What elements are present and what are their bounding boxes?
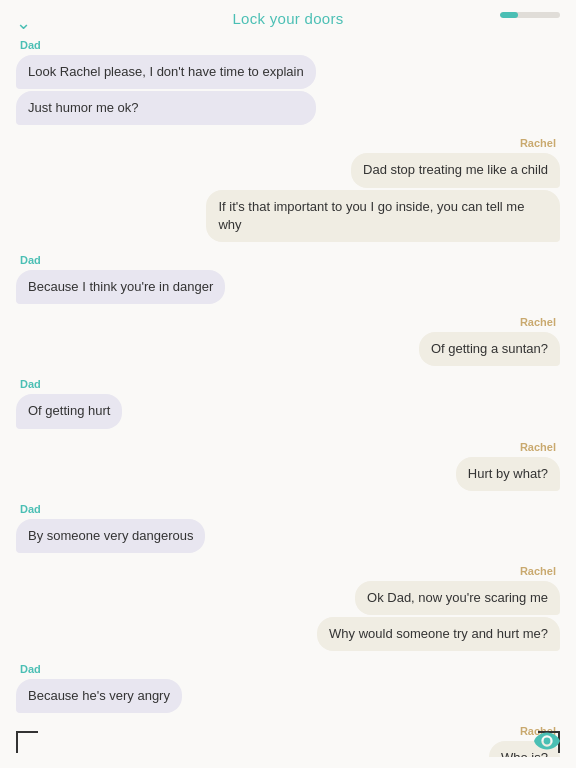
sender-label: Dad — [16, 503, 205, 515]
message-bubble: If it's that important to you I go insid… — [206, 190, 560, 242]
message-bubble: Because I think you're in danger — [16, 270, 225, 304]
message-group: DadBecause he's very angry — [16, 663, 182, 713]
message-bubble: Hurt by what? — [456, 457, 560, 491]
sender-label: Rachel — [516, 137, 560, 149]
eye-icon[interactable] — [534, 730, 560, 756]
sender-label: Dad — [16, 378, 122, 390]
sender-label: Rachel — [516, 316, 560, 328]
message-bubble: Of getting hurt — [16, 394, 122, 428]
message-bubble: Ok Dad, now you're scaring me — [355, 581, 560, 615]
message-group: DadBy someone very dangerous — [16, 503, 205, 553]
corner-bracket-tl — [16, 731, 38, 753]
message-group: RachelHurt by what? — [456, 441, 560, 491]
sender-label: Dad — [16, 39, 316, 51]
message-bubble: Why would someone try and hurt me? — [317, 617, 560, 651]
message-group: RachelOk Dad, now you're scaring meWhy w… — [317, 565, 560, 651]
sender-label: Dad — [16, 663, 182, 675]
message-bubble: Dad stop treating me like a child — [351, 153, 560, 187]
message-group: DadLook Rachel please, I don't have time… — [16, 39, 316, 125]
message-bubble: By someone very dangerous — [16, 519, 205, 553]
message-group: DadBecause I think you're in danger — [16, 254, 225, 304]
message-group: DadOf getting hurt — [16, 378, 122, 428]
chat-title: Lock your doors — [232, 10, 343, 27]
chevron-down-icon[interactable]: ⌄ — [16, 12, 31, 34]
score-fill — [500, 12, 518, 18]
message-bubble: Just humor me ok? — [16, 91, 316, 125]
sender-label: Dad — [16, 254, 225, 266]
sender-label: Rachel — [516, 441, 560, 453]
chat-container: DadLook Rachel please, I don't have time… — [0, 33, 576, 757]
message-group: RachelOf getting a suntan? — [419, 316, 560, 366]
score-bar — [500, 12, 560, 18]
sender-label: Rachel — [516, 565, 560, 577]
chat-header: ⌄ Lock your doors — [0, 0, 576, 33]
bottom-bar — [0, 716, 576, 768]
message-group: RachelDad stop treating me like a childI… — [206, 137, 560, 242]
message-bubble: Look Rachel please, I don't have time to… — [16, 55, 316, 89]
message-bubble: Because he's very angry — [16, 679, 182, 713]
message-bubble: Of getting a suntan? — [419, 332, 560, 366]
